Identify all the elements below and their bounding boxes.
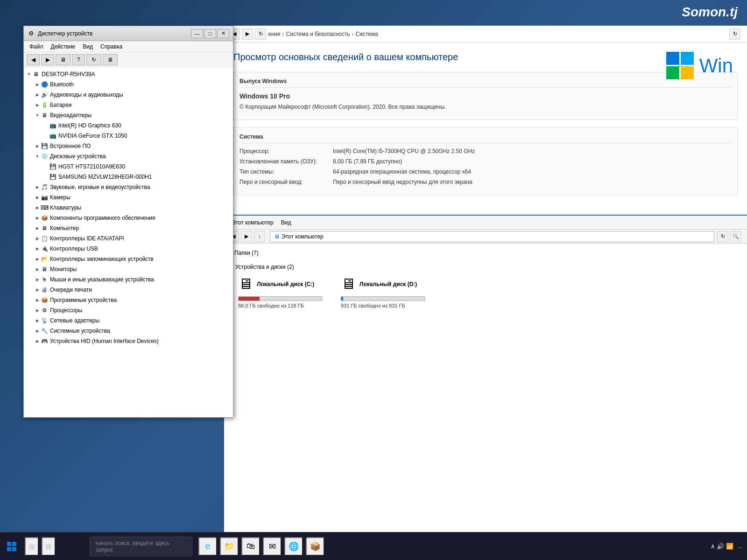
toolbar-help[interactable]: ? — [72, 54, 85, 65]
explorer-address-field[interactable]: 🖥 Этот компьютер — [270, 231, 714, 242]
tree-item[interactable]: ▶⌨Клавиатуры — [24, 203, 233, 213]
menu-view[interactable]: Вид — [79, 42, 97, 51]
item-arrow-1: ▶ — [34, 92, 41, 97]
item-label-7: Дисковые устройства — [50, 153, 106, 160]
forward-button[interactable]: ▶ — [242, 28, 253, 40]
item-label-13: Компоненты программного обеспечения — [50, 215, 155, 221]
item-arrow-20: ▶ — [34, 287, 41, 292]
tree-item[interactable]: ▶💾Встроенное ПО — [24, 141, 233, 151]
tree-item[interactable]: ▶📋Контроллеры IDE ATA/ATAPI — [24, 233, 233, 244]
tree-item[interactable]: ▶🔧Системные устройства — [24, 326, 233, 336]
package-icon[interactable]: 📦 — [306, 537, 324, 556]
menu-file[interactable]: Файл — [26, 42, 47, 51]
minimize-button[interactable]: — — [191, 29, 203, 38]
item-label-6: Встроенное ПО — [50, 143, 91, 149]
tree-item[interactable]: ▶🖥Компьютер — [24, 223, 233, 233]
item-icon-23: 📡 — [41, 317, 48, 324]
menubar: Файл Действие Вид Справка — [24, 41, 233, 52]
tree-item[interactable]: ▶🔋Батареи — [24, 100, 233, 110]
item-arrow-24: ▶ — [34, 329, 41, 333]
item-label-2: Батареи — [50, 102, 71, 108]
tree-item[interactable]: ▶🖱Мыши и иные указывающие устройства — [24, 274, 233, 285]
titlebar[interactable]: ⚙ Диспетчер устройств — □ ✕ — [24, 26, 233, 41]
item-icon-2: 🔋 — [41, 101, 48, 109]
win-logo-grid — [666, 52, 694, 79]
explorer-toolbar-item-1[interactable]: Этот компьютер — [228, 219, 277, 226]
breadcrumb-item-2[interactable]: Система и безопасность — [286, 31, 350, 37]
drive-free-text-1: 931 ГБ свободно из 931 ГБ — [341, 303, 405, 308]
start-button[interactable] — [0, 532, 23, 560]
tree-item[interactable]: ▶🔵Bluetooth — [24, 79, 233, 90]
mail-icon[interactable]: ✉ — [263, 537, 282, 556]
toolbar-properties[interactable]: 🖥 — [56, 54, 70, 65]
menu-action[interactable]: Действие — [47, 42, 79, 51]
item-icon-18: 🖥 — [41, 266, 48, 273]
item-label-1: Аудиовходы и аудиовыходы — [50, 91, 123, 98]
item-arrow-11: ▶ — [34, 195, 41, 200]
tree-item[interactable]: 💾SAMSUNG MZVLW128HEGR-000H1 — [24, 172, 233, 182]
breadcrumb-item-3[interactable]: Система — [356, 31, 378, 37]
tree-item[interactable]: ▶⚙Процессоры — [24, 305, 233, 315]
tree-item[interactable]: ▶📦Программные устройства — [24, 295, 233, 305]
tree-item[interactable]: ▶🖨Очереди печати — [24, 285, 233, 295]
explorer-up[interactable]: ↑ — [254, 231, 265, 242]
tree-item[interactable]: 📺Intel(R) HD Graphics 630 — [24, 120, 233, 131]
tree-item[interactable]: ▶🔌Контроллеры USB — [24, 244, 233, 254]
tree-item[interactable]: ▶🔊Аудиовходы и аудиовыходы — [24, 90, 233, 100]
pinned-apps: e 📁 🛍 ✉ 🌐 📦 — [197, 537, 326, 556]
maximize-button[interactable]: □ — [204, 29, 216, 38]
task-view-button[interactable]: ⊟ — [42, 537, 56, 556]
tree-item[interactable]: ▶🎵Звуковые, игровые и видеоустройства — [24, 182, 233, 192]
item-arrow-15: ▶ — [34, 236, 41, 241]
folders-header[interactable]: ▶ Папки (7) — [229, 248, 742, 258]
tree-item[interactable]: ▶📡Сетевые адаптеры — [24, 315, 233, 326]
tree-root[interactable]: ▼🖥DESKTOP-R5HV39A — [24, 69, 233, 79]
menu-help[interactable]: Справка — [97, 42, 126, 51]
tree-item[interactable]: ▼🖥Видеоадаптеры — [24, 110, 233, 120]
tree-item[interactable]: ▶📦Компоненты программного обеспечения — [24, 213, 233, 223]
toolbar-scan[interactable]: ↻ — [86, 54, 101, 65]
item-icon-10: 🎵 — [41, 183, 48, 191]
file-explorer-icon[interactable]: 📁 — [220, 537, 239, 556]
toolbar-forward[interactable]: ▶ — [41, 54, 54, 65]
store-icon[interactable]: 🛍 — [241, 537, 260, 556]
browser-icon[interactable]: 🌐 — [284, 537, 303, 556]
tree-item[interactable]: ▼💿Дисковые устройства — [24, 151, 233, 161]
tree-item[interactable]: ▶🎮Устройства HID (Human Interface Device… — [24, 336, 233, 346]
item-label-16: Контроллеры USB — [50, 245, 98, 252]
tree-item[interactable]: ▶📂Контроллеры запоминающих устройств — [24, 254, 233, 264]
item-icon-3: 🖥 — [41, 112, 48, 119]
item-label-24: Системные устройства — [50, 328, 110, 334]
refresh2-button[interactable]: ↻ — [729, 28, 740, 40]
tree-item[interactable]: 📺NVIDIA GeForce GTX 1050 — [24, 131, 233, 141]
item-label-4: Intel(R) HD Graphics 630 — [58, 122, 121, 129]
drive-bar-1 — [341, 296, 425, 301]
item-icon-24: 🔧 — [41, 327, 48, 335]
explorer-refresh[interactable]: ↻ — [717, 231, 728, 242]
refresh-button[interactable]: ↻ — [255, 28, 266, 40]
edge-icon[interactable]: e — [198, 537, 217, 556]
toolbar-back[interactable]: ◀ — [27, 54, 40, 65]
breadcrumb-item-1[interactable]: ения — [268, 31, 281, 37]
search-button[interactable]: ◎ — [25, 537, 39, 556]
close-button[interactable]: ✕ — [217, 29, 229, 38]
toolbar-monitor[interactable]: 🖥 — [103, 54, 118, 65]
item-arrow-18: ▶ — [34, 267, 41, 272]
explorer-toolbar: Этот компьютер Вид — [224, 216, 747, 230]
explorer-forward[interactable]: ▶ — [241, 231, 252, 242]
drive-item-1[interactable]: 🖥 Локальный диск (D:) 931 ГБ свободно из… — [341, 275, 434, 308]
drive-item-0[interactable]: 🖥 Локальный диск (C:) 88,0 ГБ свободно и… — [238, 275, 331, 308]
panel-header: ◀ ▶ ↻ ения › Система и безопасность › Си… — [224, 26, 747, 42]
tree-item[interactable]: ▶🖥Мониторы — [24, 264, 233, 274]
item-icon-12: ⌨ — [41, 204, 48, 211]
taskbar-search-field[interactable]: начать поиск, введите здесь запрос — [90, 537, 192, 556]
devices-header[interactable]: ▼ Устройства и диски (2) — [229, 262, 742, 272]
item-arrow-17: ▶ — [34, 257, 41, 261]
window-title: Диспетчер устройств — [38, 30, 191, 37]
tree-item[interactable]: 💾HGST HTS721010A9E630 — [24, 161, 233, 172]
item-icon-25: 🎮 — [41, 337, 48, 345]
tree-item[interactable]: ▶📷Камеры — [24, 192, 233, 203]
drive-header-1: 🖥 Локальный диск (D:) — [341, 275, 417, 293]
explorer-toolbar-item-2[interactable]: Вид — [277, 219, 295, 226]
explorer-search[interactable]: 🔍 — [730, 231, 741, 242]
